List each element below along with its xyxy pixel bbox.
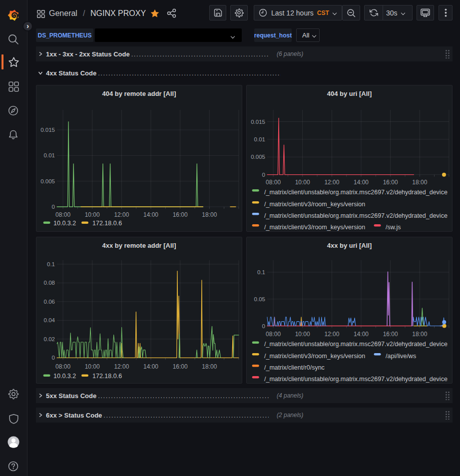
svg-text:08:00: 08:00 <box>55 211 70 218</box>
svg-text:12:00: 12:00 <box>114 211 129 218</box>
svg-text:/_matrix/client/unstable/org.m: /_matrix/client/unstable/org.matrix.msc2… <box>264 212 448 219</box>
svg-text:10.0.3.2: 10.0.3.2 <box>53 373 76 380</box>
svg-text:/_matrix/client/unstable/org.m: /_matrix/client/unstable/org.matrix.msc2… <box>264 376 448 383</box>
svg-text:0: 0 <box>262 323 265 329</box>
svg-text:14:00: 14:00 <box>354 179 369 186</box>
svg-text:/_matrix/client/unstable/org.m: /_matrix/client/unstable/org.matrix.msc2… <box>264 189 448 196</box>
svg-text:12:00: 12:00 <box>114 363 129 370</box>
svg-text:0.02: 0.02 <box>44 336 55 342</box>
svg-text:/sw.js: /sw.js <box>386 224 401 231</box>
svg-text:/_matrix/client/v3/room_keys/v: /_matrix/client/v3/room_keys/version <box>264 201 365 208</box>
svg-text:0.06: 0.06 <box>44 299 55 305</box>
svg-text:172.18.0.6: 172.18.0.6 <box>92 220 122 227</box>
svg-text:/_matrix/client/unstable/org.m: /_matrix/client/unstable/org.matrix.msc2… <box>264 341 448 348</box>
svg-text:0: 0 <box>52 355 55 361</box>
svg-text:/_matrix/client/r0/sync: /_matrix/client/r0/sync <box>264 364 325 371</box>
svg-text:0.01: 0.01 <box>44 152 55 158</box>
svg-text:0.005: 0.005 <box>40 178 55 184</box>
svg-text:/_matrix/client/v3/room_keys/v: /_matrix/client/v3/room_keys/version <box>264 224 365 231</box>
svg-text:0.015: 0.015 <box>40 127 55 133</box>
svg-text:/_matrix/client/v3/room_keys/v: /_matrix/client/v3/room_keys/version <box>264 353 365 360</box>
svg-text:16:00: 16:00 <box>383 179 398 186</box>
svg-text:08:00: 08:00 <box>266 331 281 338</box>
svg-text:16:00: 16:00 <box>383 331 398 338</box>
svg-text:0: 0 <box>52 204 55 210</box>
svg-text:18:00: 18:00 <box>202 363 217 370</box>
svg-text:18:00: 18:00 <box>412 331 427 338</box>
svg-text:0.08: 0.08 <box>44 280 55 286</box>
svg-text:14:00: 14:00 <box>143 211 158 218</box>
svg-text:10:00: 10:00 <box>85 363 100 370</box>
svg-text:0.015: 0.015 <box>251 119 265 125</box>
svg-text:10:00: 10:00 <box>85 211 100 218</box>
svg-text:0.05: 0.05 <box>254 296 265 302</box>
svg-text:0: 0 <box>262 172 265 178</box>
svg-text:10:00: 10:00 <box>295 331 310 338</box>
svg-text:0.1: 0.1 <box>257 269 265 275</box>
svg-text:08:00: 08:00 <box>266 179 281 186</box>
svg-text:12:00: 12:00 <box>324 331 339 338</box>
svg-text:12:00: 12:00 <box>324 179 339 186</box>
svg-text:0.04: 0.04 <box>44 317 55 323</box>
svg-text:10:00: 10:00 <box>295 179 310 186</box>
svg-text:14:00: 14:00 <box>354 331 369 338</box>
svg-text:08:00: 08:00 <box>55 363 70 370</box>
svg-text:0.005: 0.005 <box>251 154 265 160</box>
svg-text:/api/live/ws: /api/live/ws <box>386 353 416 360</box>
svg-text:0.1: 0.1 <box>47 261 55 267</box>
svg-text:0.01: 0.01 <box>254 136 265 142</box>
svg-text:10.0.3.2: 10.0.3.2 <box>53 220 76 227</box>
svg-text:16:00: 16:00 <box>173 363 188 370</box>
svg-text:16:00: 16:00 <box>173 211 188 218</box>
svg-text:18:00: 18:00 <box>412 179 427 186</box>
svg-text:18:00: 18:00 <box>202 211 217 218</box>
svg-text:14:00: 14:00 <box>143 363 158 370</box>
svg-text:172.18.0.6: 172.18.0.6 <box>92 373 122 380</box>
